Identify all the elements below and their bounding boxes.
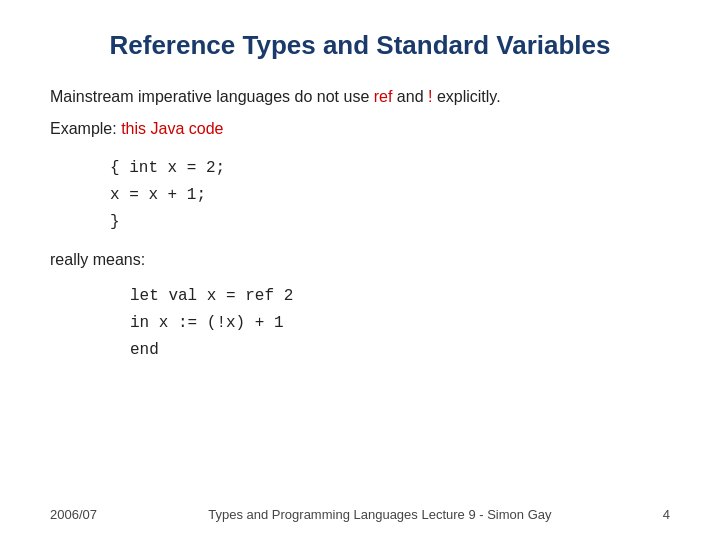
really-means-label: really means:: [50, 251, 670, 269]
intro-rest: explicitly.: [432, 88, 500, 105]
code-line-2-3: end: [130, 337, 670, 364]
intro-text-line1: Mainstream imperative languages do not u…: [50, 85, 670, 109]
code-line-2-1: let val x = ref 2: [130, 283, 670, 310]
slide: Reference Types and Standard Variables M…: [0, 0, 720, 540]
footer: 2006/07 Types and Programming Languages …: [50, 507, 670, 522]
footer-center-text: Types and Programming Languages Lecture …: [97, 507, 663, 522]
intro-text-part1: Mainstream imperative languages do not u…: [50, 88, 374, 105]
intro-and: and: [392, 88, 428, 105]
code-line-1-2: x = x + 1;: [110, 182, 670, 209]
footer-page-number: 4: [663, 507, 670, 522]
code-line-2-2: in x := (!x) + 1: [130, 310, 670, 337]
code-block-2: let val x = ref 2 in x := (!x) + 1 end: [130, 283, 670, 365]
footer-year: 2006/07: [50, 507, 97, 522]
intro-example-prefix: Example:: [50, 120, 121, 137]
intro-example-link: this Java code: [121, 120, 223, 137]
slide-title: Reference Types and Standard Variables: [50, 30, 670, 61]
code-block-1: { int x = 2; x = x + 1; }: [110, 155, 670, 237]
intro-ref: ref: [374, 88, 393, 105]
intro-text-line2: Example: this Java code: [50, 117, 670, 141]
code-line-1-3: }: [110, 209, 670, 236]
code-line-1-1: { int x = 2;: [110, 155, 670, 182]
